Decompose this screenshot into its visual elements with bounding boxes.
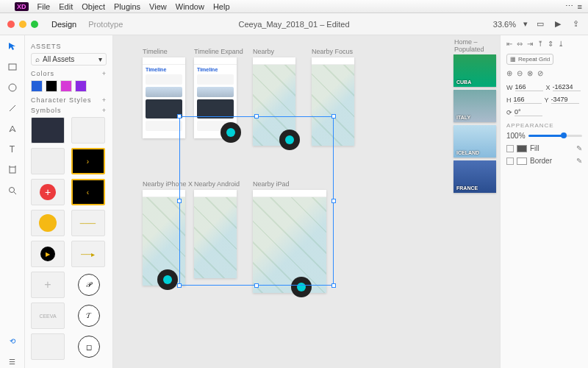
- align-bottom-icon[interactable]: ⤓: [558, 40, 564, 48]
- menu-window[interactable]: Window: [176, 2, 204, 11]
- artboard-label[interactable]: Nearby Android: [194, 180, 240, 188]
- artboard-nearby-focus[interactable]: Nearby Focus: [312, 57, 354, 146]
- menu-file[interactable]: File: [37, 2, 51, 11]
- symbol-thumbnail[interactable]: [31, 148, 65, 174]
- align-right-icon[interactable]: ⇥: [527, 40, 533, 48]
- menubar-dots-icon[interactable]: ⋯: [565, 1, 573, 11]
- menu-plugins[interactable]: Plugins: [114, 2, 140, 11]
- subtract-icon[interactable]: ⊖: [517, 69, 523, 77]
- add-icon[interactable]: ⊕: [506, 69, 512, 77]
- exclude-icon[interactable]: ⊘: [537, 69, 543, 77]
- swatch[interactable]: [75, 80, 87, 92]
- swatch[interactable]: [31, 80, 43, 92]
- artboard-label[interactable]: Home – Populated: [450, 35, 500, 54]
- minimize-icon[interactable]: [19, 21, 26, 28]
- home-thumb[interactable]: FRANCE: [453, 160, 496, 193]
- fab-icon[interactable]: [279, 130, 300, 150]
- symbol-thumbnail[interactable]: CEEVA: [31, 302, 65, 329]
- share-icon[interactable]: ⇪: [570, 19, 581, 29]
- chevron-down-icon[interactable]: ▾: [523, 19, 528, 29]
- text-tool[interactable]: T: [6, 143, 19, 156]
- eyedropper-icon[interactable]: ✎: [576, 144, 582, 152]
- window-controls[interactable]: [7, 21, 38, 28]
- artboard-nearby[interactable]: Nearby: [253, 57, 295, 146]
- layers-toggle-icon[interactable]: ☰: [6, 355, 19, 368]
- fab-icon[interactable]: [291, 277, 312, 297]
- symbol-thumbnail[interactable]: [31, 333, 65, 360]
- add-color-button[interactable]: +: [102, 70, 107, 77]
- symbol-thumbnail[interactable]: [31, 179, 65, 205]
- assets-filter[interactable]: ⌕ All Assets ▾: [31, 53, 107, 66]
- symbol-thumbnail[interactable]: [31, 272, 65, 298]
- y-input[interactable]: [551, 96, 579, 104]
- align-middle-v-icon[interactable]: ⇕: [548, 40, 553, 48]
- border-swatch[interactable]: [517, 158, 527, 165]
- menu-help[interactable]: Help: [213, 2, 230, 11]
- align-center-h-icon[interactable]: ⇔: [517, 40, 523, 48]
- align-left-icon[interactable]: ⇤: [506, 40, 512, 48]
- fullscreen-icon[interactable]: [31, 21, 38, 28]
- symbol-thumbnail[interactable]: ───: [71, 210, 105, 236]
- symbol-thumbnail[interactable]: [31, 117, 65, 144]
- artboard-nearby-iphonex[interactable]: Nearby iPhone X: [143, 190, 185, 286]
- artboard-label[interactable]: Nearby iPad: [253, 180, 290, 188]
- select-tool[interactable]: [6, 40, 19, 53]
- line-tool[interactable]: [6, 102, 19, 115]
- width-input[interactable]: [515, 83, 543, 91]
- play-icon[interactable]: ▶: [553, 19, 563, 29]
- device-preview-icon[interactable]: ▭: [535, 19, 545, 29]
- symbol-thumbnail[interactable]: 𝓣: [78, 305, 100, 327]
- ellipse-tool[interactable]: [6, 81, 19, 94]
- fab-icon[interactable]: [220, 122, 241, 143]
- opacity-slider[interactable]: [528, 135, 582, 137]
- symbol-thumbnail[interactable]: 𝒫: [78, 274, 100, 296]
- align-top-icon[interactable]: ⤒: [537, 40, 543, 48]
- home-thumb[interactable]: CUBA: [453, 54, 496, 87]
- menubar-list-icon[interactable]: ≡: [578, 2, 582, 11]
- add-symbol-button[interactable]: +: [102, 107, 107, 114]
- symbol-thumbnail[interactable]: ›: [71, 148, 105, 174]
- menu-object[interactable]: Object: [82, 2, 105, 11]
- symbol-thumbnail[interactable]: [71, 117, 105, 144]
- artboard-label[interactable]: Nearby iPhone X: [143, 180, 193, 188]
- artboard-label[interactable]: Timeline: [143, 48, 168, 55]
- fill-swatch[interactable]: [517, 145, 527, 152]
- artboard-label[interactable]: Nearby Focus: [312, 48, 353, 55]
- symbol-thumbnail[interactable]: [31, 241, 65, 267]
- artboard-timeline-expand[interactable]: Timeline Expand Timeline: [194, 57, 237, 138]
- artboard-nearby-ipad[interactable]: Nearby iPad: [253, 190, 326, 293]
- fab-icon[interactable]: [157, 269, 178, 290]
- zoom-level[interactable]: 33.6%: [493, 20, 516, 29]
- zoom-tool[interactable]: [6, 184, 19, 197]
- symbol-thumbnail[interactable]: ◻: [78, 336, 100, 358]
- border-checkbox[interactable]: [506, 158, 514, 165]
- swatch[interactable]: [46, 80, 57, 92]
- add-charstyle-button[interactable]: +: [102, 96, 107, 104]
- artboard-label[interactable]: Timeline Expand: [194, 48, 243, 55]
- app-badge[interactable]: XD: [15, 2, 29, 11]
- artboard-label[interactable]: Nearby: [253, 48, 274, 55]
- assets-toggle-icon[interactable]: ⟲: [6, 334, 19, 347]
- intersect-icon[interactable]: ⊗: [527, 69, 533, 77]
- artboard-tool[interactable]: [6, 163, 19, 177]
- symbol-thumbnail[interactable]: ──▸: [71, 241, 105, 267]
- home-thumb[interactable]: ICELAND: [453, 125, 496, 158]
- swatch[interactable]: [60, 80, 72, 92]
- opacity-value[interactable]: 100%: [506, 132, 526, 140]
- menu-edit[interactable]: Edit: [59, 2, 73, 11]
- repeat-grid-button[interactable]: ▦ Repeat Grid: [506, 54, 553, 65]
- artboard-nearby-android[interactable]: Nearby Android: [194, 190, 237, 278]
- x-input[interactable]: [553, 83, 581, 91]
- height-input[interactable]: [514, 96, 542, 104]
- eyedropper-icon[interactable]: ✎: [576, 157, 582, 165]
- artboard-timeline[interactable]: Timeline Timeline: [143, 57, 185, 138]
- canvas[interactable]: Timeline Timeline Timeline Expand Timeli…: [113, 35, 450, 368]
- symbol-thumbnail[interactable]: ‹: [71, 179, 105, 205]
- tab-prototype[interactable]: Prototype: [88, 20, 123, 29]
- rotate-input[interactable]: [514, 108, 542, 116]
- close-icon[interactable]: [7, 21, 15, 28]
- menu-view[interactable]: View: [149, 2, 167, 11]
- pen-tool[interactable]: [6, 122, 19, 135]
- fill-checkbox[interactable]: [506, 145, 514, 152]
- home-thumb[interactable]: ITALY: [453, 90, 496, 122]
